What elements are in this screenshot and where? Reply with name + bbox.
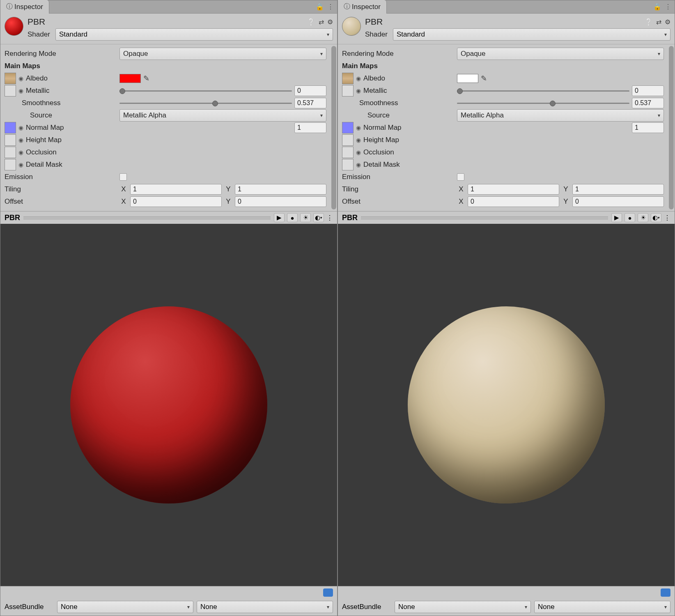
- smoothness-slider[interactable]: [457, 100, 629, 106]
- target-icon[interactable]: ◉: [18, 124, 23, 131]
- emission-checkbox[interactable]: [457, 173, 464, 181]
- offset-label: Offset: [5, 198, 119, 206]
- shape-icon[interactable]: ●: [624, 213, 635, 222]
- menu-icon[interactable]: ⋮: [326, 214, 333, 222]
- albedo-label: Albedo: [26, 74, 48, 83]
- albedo-texture-slot[interactable]: [5, 73, 16, 84]
- help-icon[interactable]: ❔: [307, 18, 315, 26]
- target-icon[interactable]: ◉: [356, 75, 361, 82]
- sky-icon[interactable]: ◐▾: [651, 213, 661, 222]
- preview-sphere: [70, 306, 267, 503]
- smoothness-slider[interactable]: [119, 100, 292, 106]
- detail-mask-texture-slot[interactable]: [5, 159, 16, 170]
- asset-label-icon[interactable]: [323, 588, 333, 597]
- albedo-color-swatch[interactable]: [119, 74, 141, 83]
- menu-icon[interactable]: ⋮: [664, 214, 670, 222]
- asset-bundle-variant-dropdown[interactable]: None▾: [197, 601, 333, 613]
- normal-value[interactable]: 1: [294, 122, 326, 133]
- sky-icon[interactable]: ◐▾: [313, 213, 324, 222]
- target-icon[interactable]: ◉: [18, 161, 23, 168]
- asset-bundle-name-dropdown[interactable]: None▾: [57, 601, 193, 613]
- asset-label-icon[interactable]: [661, 588, 670, 597]
- rendering-mode-dropdown[interactable]: Opaque▾: [119, 48, 326, 60]
- preview-label: PBR: [342, 214, 358, 222]
- metallic-value[interactable]: 0: [632, 85, 664, 96]
- rendering-mode-dropdown[interactable]: Opaque▾: [457, 48, 664, 60]
- emission-label: Emission: [5, 173, 119, 181]
- tiling-x[interactable]: 1: [468, 184, 559, 195]
- metallic-slider[interactable]: [457, 87, 629, 94]
- drag-handle[interactable]: [361, 216, 608, 219]
- height-texture-slot[interactable]: [5, 134, 16, 146]
- height-texture-slot[interactable]: [342, 134, 354, 146]
- occlusion-texture-slot[interactable]: [342, 147, 354, 158]
- lock-icon[interactable]: 🔒: [316, 3, 324, 11]
- smoothness-value[interactable]: 0.537: [632, 98, 664, 108]
- preset-icon[interactable]: ⇄: [656, 18, 661, 26]
- target-icon[interactable]: ◉: [356, 137, 361, 143]
- offset-y[interactable]: 0: [235, 196, 326, 207]
- smoothness-source-dropdown[interactable]: Metallic Alpha▾: [457, 109, 664, 122]
- smoothness-source-dropdown[interactable]: Metallic Alpha▾: [119, 109, 326, 122]
- target-icon[interactable]: ◉: [356, 87, 361, 94]
- material-title: PBR: [365, 17, 645, 27]
- normal-value[interactable]: 1: [632, 122, 664, 133]
- target-icon[interactable]: ◉: [18, 75, 23, 82]
- offset-y[interactable]: 0: [572, 196, 664, 207]
- metallic-value[interactable]: 0: [294, 85, 326, 96]
- tiling-x[interactable]: 1: [130, 184, 222, 195]
- target-icon[interactable]: ◉: [356, 161, 361, 168]
- albedo-texture-slot[interactable]: [342, 73, 354, 84]
- menu-icon[interactable]: ⋮: [327, 3, 334, 11]
- play-icon[interactable]: ▶: [611, 213, 622, 222]
- albedo-label: Albedo: [363, 74, 385, 83]
- offset-x[interactable]: 0: [130, 196, 222, 207]
- eyedropper-icon[interactable]: ✎: [143, 74, 149, 83]
- preview-sphere: [408, 306, 605, 503]
- smoothness-value[interactable]: 0.537: [294, 98, 326, 108]
- drag-handle[interactable]: [23, 216, 271, 219]
- asset-bundle-variant-dropdown[interactable]: None▾: [534, 601, 670, 613]
- target-icon[interactable]: ◉: [356, 149, 361, 156]
- gear-icon[interactable]: ⚙: [665, 18, 670, 26]
- rendering-mode-label: Rendering Mode: [5, 50, 119, 58]
- material-preview-thumb[interactable]: [342, 17, 361, 36]
- albedo-color-swatch[interactable]: [457, 74, 478, 83]
- asset-bundle-name-dropdown[interactable]: None▾: [395, 601, 531, 613]
- target-icon[interactable]: ◉: [18, 149, 23, 156]
- metallic-slider[interactable]: [119, 87, 292, 94]
- inspector-tab[interactable]: ⓘ Inspector: [0, 0, 49, 14]
- normal-texture-slot[interactable]: [342, 122, 354, 133]
- help-icon[interactable]: ❔: [645, 18, 653, 26]
- tiling-y[interactable]: 1: [572, 184, 664, 195]
- offset-x[interactable]: 0: [468, 196, 559, 207]
- tiling-y[interactable]: 1: [235, 184, 326, 195]
- shader-dropdown[interactable]: Standard▾: [393, 28, 670, 41]
- preset-icon[interactable]: ⇄: [319, 18, 324, 26]
- metallic-texture-slot[interactable]: [5, 85, 16, 97]
- gear-icon[interactable]: ⚙: [327, 18, 333, 26]
- shape-icon[interactable]: ●: [287, 213, 298, 222]
- material-preview[interactable]: [0, 224, 337, 586]
- emission-checkbox[interactable]: [119, 173, 127, 181]
- scrollbar[interactable]: [669, 46, 674, 209]
- target-icon[interactable]: ◉: [356, 124, 361, 131]
- target-icon[interactable]: ◉: [18, 87, 23, 94]
- detail-mask-texture-slot[interactable]: [342, 159, 354, 170]
- normal-texture-slot[interactable]: [5, 122, 16, 133]
- material-preview[interactable]: [338, 224, 675, 586]
- lock-icon[interactable]: 🔒: [653, 3, 661, 11]
- metallic-texture-slot[interactable]: [342, 85, 354, 97]
- target-icon[interactable]: ◉: [18, 137, 23, 143]
- scrollbar[interactable]: [331, 46, 336, 209]
- shader-dropdown[interactable]: Standard▾: [55, 28, 333, 41]
- material-preview-thumb[interactable]: [5, 17, 23, 36]
- light-icon[interactable]: ☀: [638, 213, 648, 222]
- eyedropper-icon[interactable]: ✎: [481, 74, 487, 83]
- light-icon[interactable]: ☀: [300, 213, 311, 222]
- chevron-down-icon: ▾: [658, 113, 660, 118]
- occlusion-texture-slot[interactable]: [5, 147, 16, 158]
- menu-icon[interactable]: ⋮: [665, 3, 671, 11]
- inspector-tab[interactable]: ⓘ Inspector: [338, 0, 387, 14]
- play-icon[interactable]: ▶: [274, 213, 285, 222]
